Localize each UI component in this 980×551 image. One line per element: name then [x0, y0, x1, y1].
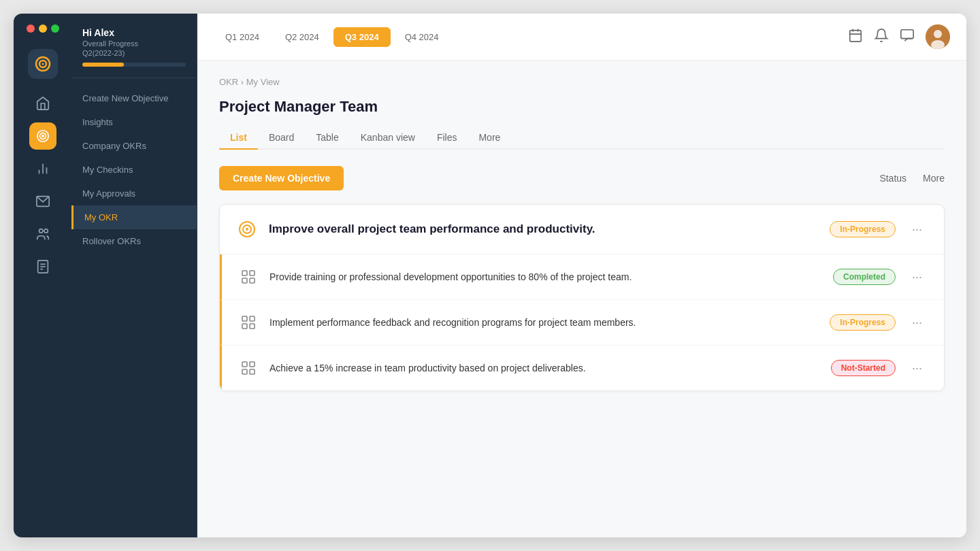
- objective-header: Improve overall project team performance…: [220, 205, 944, 254]
- quarter-tab-q1[interactable]: Q1 2024: [214, 27, 271, 47]
- bell-icon[interactable]: [874, 28, 889, 46]
- svg-rect-37: [242, 369, 247, 374]
- svg-point-5: [42, 135, 44, 137]
- svg-point-2: [42, 63, 44, 65]
- tab-files[interactable]: Files: [426, 127, 468, 150]
- team-sidebar-icon[interactable]: [29, 220, 56, 248]
- breadcrumb-root: OKR: [219, 77, 238, 87]
- kr-status-badge-3: Not-Started: [831, 360, 896, 376]
- kr-text-2: Implement performance feedback and recog…: [270, 316, 819, 330]
- tab-table[interactable]: Table: [305, 127, 349, 150]
- quarter-tab-q2[interactable]: Q2 2024: [274, 27, 331, 47]
- view-tabs: List Board Table Kanban view Files More: [219, 127, 945, 150]
- svg-point-26: [246, 228, 248, 231]
- kr-item-1: Provide training or professional develop…: [220, 254, 944, 300]
- traffic-light-yellow[interactable]: [39, 24, 47, 33]
- top-bar-actions: [848, 24, 950, 49]
- svg-point-22: [934, 30, 942, 38]
- breadcrumb: OKR › My View: [219, 77, 945, 87]
- progress-bar-container: [82, 63, 186, 67]
- svg-rect-34: [250, 324, 255, 329]
- nav-items: Create New Objective Insights Company OK…: [71, 78, 197, 261]
- quarter-tab-q4[interactable]: Q4 2024: [393, 27, 451, 47]
- user-avatar[interactable]: [926, 24, 950, 49]
- content-area: OKR › My View Project Manager Team List …: [197, 61, 966, 537]
- toolbar: Create New Objective Status More: [219, 166, 945, 190]
- kr-status-badge-2: In-Progress: [830, 314, 896, 331]
- traffic-light-red[interactable]: [27, 24, 35, 33]
- svg-rect-32: [250, 316, 255, 321]
- user-section: Hi Alex Overall Progress Q2(2022-23): [71, 14, 197, 78]
- breadcrumb-separator: ›: [241, 77, 246, 87]
- svg-rect-29: [242, 278, 247, 283]
- nav-insights[interactable]: Insights: [71, 110, 197, 134]
- kr-more-button-3[interactable]: ···: [906, 358, 928, 378]
- kr-text-1: Provide training or professional develop…: [270, 270, 822, 284]
- nav-my-okr[interactable]: My OKR: [71, 205, 197, 229]
- tab-board[interactable]: Board: [258, 127, 305, 150]
- kr-icon-3: [238, 358, 259, 378]
- svg-rect-28: [250, 271, 255, 276]
- kr-more-button-2[interactable]: ···: [906, 313, 928, 333]
- create-objective-button[interactable]: Create New Objective: [219, 166, 344, 190]
- tab-kanban[interactable]: Kanban view: [350, 127, 426, 150]
- objective-icon: [236, 218, 258, 240]
- quarter-tab-q3[interactable]: Q3 2024: [333, 27, 391, 47]
- nav-company-okrs[interactable]: Company OKRs: [71, 134, 197, 158]
- nav-rollover[interactable]: Rollover OKRs: [71, 229, 197, 253]
- tab-list[interactable]: List: [219, 127, 258, 150]
- objective-more-button[interactable]: ···: [906, 220, 928, 239]
- kr-more-button-1[interactable]: ···: [906, 267, 928, 287]
- nav-checkins[interactable]: My Checkins: [71, 158, 197, 182]
- traffic-light-green[interactable]: [51, 24, 59, 33]
- app-window: Hi Alex Overall Progress Q2(2022-23) Cre…: [14, 14, 966, 537]
- mail-sidebar-icon[interactable]: [29, 188, 56, 215]
- svg-rect-35: [242, 362, 247, 367]
- tab-more[interactable]: More: [468, 127, 511, 150]
- nav-sidebar: Hi Alex Overall Progress Q2(2022-23) Cre…: [71, 14, 197, 537]
- objective-card: Improve overall project team performance…: [219, 204, 945, 391]
- svg-rect-36: [250, 362, 255, 367]
- icon-sidebar: [14, 14, 71, 537]
- top-bar: Q1 2024 Q2 2024 Q3 2024 Q4 2024: [197, 14, 966, 61]
- svg-rect-16: [850, 31, 862, 41]
- report-sidebar-icon[interactable]: [29, 253, 56, 280]
- traffic-lights: [27, 24, 59, 33]
- nav-create-objective[interactable]: Create New Objective: [71, 86, 197, 110]
- svg-rect-30: [250, 278, 255, 283]
- toolbar-right: Status More: [879, 173, 945, 184]
- more-label[interactable]: More: [923, 173, 945, 184]
- main-content: Q1 2024 Q2 2024 Q3 2024 Q4 2024: [197, 14, 966, 537]
- chart-sidebar-icon[interactable]: [29, 155, 56, 182]
- svg-rect-33: [242, 324, 247, 329]
- progress-bar-fill: [82, 63, 124, 67]
- chat-icon[interactable]: [900, 28, 915, 46]
- page-title: Project Manager Team: [219, 98, 945, 116]
- calendar-icon[interactable]: [848, 28, 863, 46]
- objective-title: Improve overall project team performance…: [269, 222, 819, 236]
- kr-icon-2: [238, 312, 259, 333]
- svg-rect-20: [901, 30, 913, 39]
- user-greeting: Hi Alex: [82, 27, 186, 38]
- kr-item-3: Achieve a 15% increase in team productiv…: [220, 346, 944, 390]
- svg-rect-31: [242, 316, 247, 321]
- svg-point-10: [39, 229, 43, 233]
- user-period: Q2(2022-23): [82, 49, 186, 57]
- kr-status-badge-1: Completed: [833, 269, 896, 285]
- okr-sidebar-icon[interactable]: [29, 122, 56, 150]
- kr-item-2: Implement performance feedback and recog…: [220, 300, 944, 346]
- key-results: Provide training or professional develop…: [220, 254, 944, 390]
- svg-point-11: [44, 229, 48, 233]
- home-sidebar-icon[interactable]: [29, 90, 56, 117]
- svg-rect-27: [242, 271, 247, 276]
- quarter-tabs: Q1 2024 Q2 2024 Q3 2024 Q4 2024: [214, 27, 451, 47]
- objective-status-badge: In-Progress: [830, 221, 896, 237]
- nav-approvals[interactable]: My Approvals: [71, 182, 197, 205]
- kr-text-3: Achieve a 15% increase in team productiv…: [270, 361, 820, 375]
- status-label[interactable]: Status: [879, 173, 906, 184]
- user-progress-label: Overall Progress: [82, 39, 186, 48]
- kr-icon-1: [238, 267, 259, 287]
- app-logo[interactable]: [28, 49, 58, 79]
- svg-rect-38: [250, 369, 255, 374]
- breadcrumb-current: My View: [246, 77, 280, 87]
